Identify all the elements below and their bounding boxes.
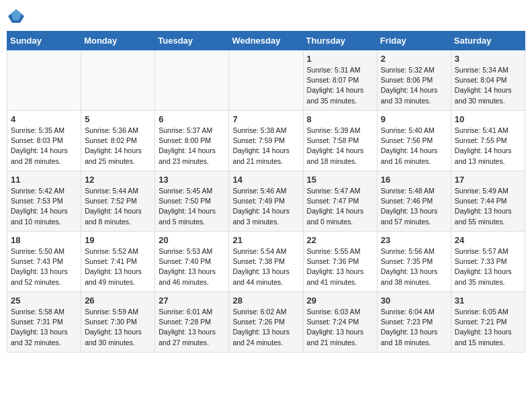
page-header <box>7 7 525 26</box>
calendar-cell: 15Sunrise: 5:47 AM Sunset: 7:47 PM Dayli… <box>303 171 377 232</box>
day-number: 7 <box>232 114 299 124</box>
day-number: 30 <box>381 295 447 306</box>
calendar-cell: 13Sunrise: 5:45 AM Sunset: 7:50 PM Dayli… <box>155 171 229 232</box>
calendar-cell: 14Sunrise: 5:46 AM Sunset: 7:49 PM Dayli… <box>229 171 303 232</box>
calendar-cell: 5Sunrise: 5:36 AM Sunset: 8:02 PM Daylig… <box>81 111 155 171</box>
cell-text: Sunrise: 5:35 AM Sunset: 8:03 PM Dayligh… <box>11 126 77 167</box>
cell-text: Sunrise: 6:03 AM Sunset: 7:24 PM Dayligh… <box>307 307 373 348</box>
day-number: 23 <box>381 235 447 245</box>
calendar-cell: 3Sunrise: 5:34 AM Sunset: 8:04 PM Daylig… <box>451 50 525 111</box>
day-number: 6 <box>159 114 225 124</box>
day-number: 22 <box>307 235 373 245</box>
cell-text: Sunrise: 5:59 AM Sunset: 7:30 PM Dayligh… <box>85 307 151 348</box>
calendar-cell <box>7 50 81 111</box>
day-number: 3 <box>455 54 521 64</box>
day-number: 14 <box>232 175 299 185</box>
calendar-cell: 25Sunrise: 5:58 AM Sunset: 7:31 PM Dayli… <box>7 292 81 353</box>
logo <box>7 7 28 26</box>
calendar-cell: 28Sunrise: 6:02 AM Sunset: 7:26 PM Dayli… <box>229 292 303 353</box>
day-number: 19 <box>85 235 151 245</box>
cell-text: Sunrise: 5:54 AM Sunset: 7:38 PM Dayligh… <box>232 246 299 287</box>
cell-text: Sunrise: 5:57 AM Sunset: 7:33 PM Dayligh… <box>455 246 521 287</box>
day-number: 8 <box>307 114 373 124</box>
calendar-cell <box>81 50 155 111</box>
cell-text: Sunrise: 5:39 AM Sunset: 7:58 PM Dayligh… <box>307 126 373 167</box>
cell-text: Sunrise: 6:04 AM Sunset: 7:23 PM Dayligh… <box>381 307 447 348</box>
calendar-cell: 27Sunrise: 6:01 AM Sunset: 7:28 PM Dayli… <box>155 292 229 353</box>
day-number: 27 <box>159 295 225 306</box>
calendar-cell: 24Sunrise: 5:57 AM Sunset: 7:33 PM Dayli… <box>451 232 525 292</box>
col-header-wednesday: Wednesday <box>229 32 303 50</box>
calendar-body: 1Sunrise: 5:31 AM Sunset: 8:07 PM Daylig… <box>7 50 525 353</box>
calendar-cell: 6Sunrise: 5:37 AM Sunset: 8:00 PM Daylig… <box>155 111 229 171</box>
cell-text: Sunrise: 6:02 AM Sunset: 7:26 PM Dayligh… <box>232 307 299 348</box>
calendar-cell: 11Sunrise: 5:42 AM Sunset: 7:53 PM Dayli… <box>7 171 81 232</box>
calendar-cell <box>155 50 229 111</box>
cell-text: Sunrise: 5:56 AM Sunset: 7:35 PM Dayligh… <box>381 246 447 287</box>
col-header-saturday: Saturday <box>451 32 525 50</box>
day-number: 21 <box>232 235 299 245</box>
cell-text: Sunrise: 5:38 AM Sunset: 7:59 PM Dayligh… <box>232 126 299 167</box>
day-number: 5 <box>85 114 151 124</box>
cell-text: Sunrise: 5:47 AM Sunset: 7:47 PM Dayligh… <box>307 186 373 227</box>
day-number: 20 <box>159 235 225 245</box>
day-number: 25 <box>11 295 77 306</box>
calendar-cell: 20Sunrise: 5:53 AM Sunset: 7:40 PM Dayli… <box>155 232 229 292</box>
cell-text: Sunrise: 5:31 AM Sunset: 8:07 PM Dayligh… <box>307 65 373 106</box>
calendar-cell: 30Sunrise: 6:04 AM Sunset: 7:23 PM Dayli… <box>377 292 451 353</box>
calendar-cell: 17Sunrise: 5:49 AM Sunset: 7:44 PM Dayli… <box>451 171 525 232</box>
day-number: 13 <box>159 175 225 185</box>
calendar-cell: 18Sunrise: 5:50 AM Sunset: 7:43 PM Dayli… <box>7 232 81 292</box>
col-header-tuesday: Tuesday <box>155 32 229 50</box>
calendar-cell: 31Sunrise: 6:05 AM Sunset: 7:21 PM Dayli… <box>451 292 525 353</box>
calendar-cell: 9Sunrise: 5:40 AM Sunset: 7:56 PM Daylig… <box>377 111 451 171</box>
calendar-cell: 12Sunrise: 5:44 AM Sunset: 7:52 PM Dayli… <box>81 171 155 232</box>
calendar-cell: 10Sunrise: 5:41 AM Sunset: 7:55 PM Dayli… <box>451 111 525 171</box>
calendar-cell: 19Sunrise: 5:52 AM Sunset: 7:41 PM Dayli… <box>81 232 155 292</box>
day-number: 10 <box>455 114 521 124</box>
cell-text: Sunrise: 5:37 AM Sunset: 8:00 PM Dayligh… <box>159 126 225 167</box>
cell-text: Sunrise: 5:45 AM Sunset: 7:50 PM Dayligh… <box>159 186 225 227</box>
day-number: 26 <box>85 295 151 306</box>
day-number: 2 <box>381 54 447 64</box>
calendar-cell: 21Sunrise: 5:54 AM Sunset: 7:38 PM Dayli… <box>229 232 303 292</box>
cell-text: Sunrise: 5:44 AM Sunset: 7:52 PM Dayligh… <box>85 186 151 227</box>
cell-text: Sunrise: 5:50 AM Sunset: 7:43 PM Dayligh… <box>11 246 77 287</box>
cell-text: Sunrise: 5:53 AM Sunset: 7:40 PM Dayligh… <box>159 246 225 287</box>
cell-text: Sunrise: 5:55 AM Sunset: 7:36 PM Dayligh… <box>307 246 373 287</box>
calendar-table: SundayMondayTuesdayWednesdayThursdayFrid… <box>7 31 525 353</box>
calendar-cell: 8Sunrise: 5:39 AM Sunset: 7:58 PM Daylig… <box>303 111 377 171</box>
header-row: SundayMondayTuesdayWednesdayThursdayFrid… <box>7 32 525 50</box>
cell-text: Sunrise: 5:41 AM Sunset: 7:55 PM Dayligh… <box>455 126 521 167</box>
cell-text: Sunrise: 5:32 AM Sunset: 8:06 PM Dayligh… <box>381 65 447 106</box>
col-header-monday: Monday <box>81 32 155 50</box>
cell-text: Sunrise: 5:40 AM Sunset: 7:56 PM Dayligh… <box>381 126 447 167</box>
day-number: 11 <box>11 175 77 185</box>
calendar-week-4: 18Sunrise: 5:50 AM Sunset: 7:43 PM Dayli… <box>7 232 525 292</box>
calendar-cell: 2Sunrise: 5:32 AM Sunset: 8:06 PM Daylig… <box>377 50 451 111</box>
day-number: 1 <box>307 54 373 64</box>
calendar-cell: 23Sunrise: 5:56 AM Sunset: 7:35 PM Dayli… <box>377 232 451 292</box>
col-header-sunday: Sunday <box>7 32 81 50</box>
day-number: 29 <box>307 295 373 306</box>
calendar-cell: 7Sunrise: 5:38 AM Sunset: 7:59 PM Daylig… <box>229 111 303 171</box>
logo-icon <box>7 7 26 26</box>
calendar-cell: 22Sunrise: 5:55 AM Sunset: 7:36 PM Dayli… <box>303 232 377 292</box>
col-header-friday: Friday <box>377 32 451 50</box>
calendar-cell <box>229 50 303 111</box>
calendar-week-2: 4Sunrise: 5:35 AM Sunset: 8:03 PM Daylig… <box>7 111 525 171</box>
cell-text: Sunrise: 5:49 AM Sunset: 7:44 PM Dayligh… <box>455 186 521 227</box>
day-number: 17 <box>455 175 521 185</box>
cell-text: Sunrise: 6:05 AM Sunset: 7:21 PM Dayligh… <box>455 307 521 348</box>
cell-text: Sunrise: 5:42 AM Sunset: 7:53 PM Dayligh… <box>11 186 77 227</box>
day-number: 28 <box>232 295 299 306</box>
day-number: 31 <box>455 295 521 306</box>
col-header-thursday: Thursday <box>303 32 377 50</box>
cell-text: Sunrise: 5:48 AM Sunset: 7:46 PM Dayligh… <box>381 186 447 227</box>
day-number: 16 <box>381 175 447 185</box>
cell-text: Sunrise: 6:01 AM Sunset: 7:28 PM Dayligh… <box>159 307 225 348</box>
cell-text: Sunrise: 5:52 AM Sunset: 7:41 PM Dayligh… <box>85 246 151 287</box>
calendar-week-5: 25Sunrise: 5:58 AM Sunset: 7:31 PM Dayli… <box>7 292 525 353</box>
calendar-cell: 26Sunrise: 5:59 AM Sunset: 7:30 PM Dayli… <box>81 292 155 353</box>
day-number: 18 <box>11 235 77 245</box>
